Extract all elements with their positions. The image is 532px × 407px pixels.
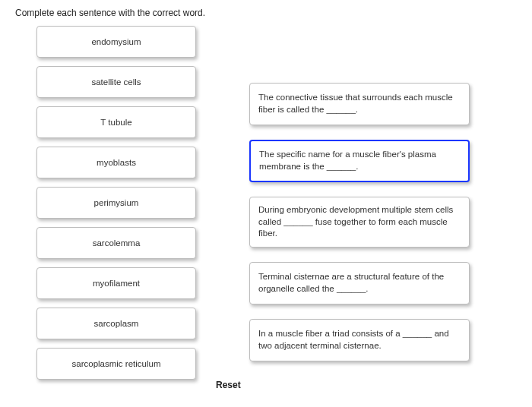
term-item[interactable]: satellite cells [36, 66, 196, 98]
target-item[interactable]: The connective tissue that surrounds eac… [249, 83, 470, 125]
term-item[interactable]: endomysium [36, 26, 196, 58]
target-item[interactable]: In a muscle fiber a triad consists of a … [249, 319, 470, 361]
target-text: In a muscle fiber a triad consists of a … [258, 328, 461, 352]
target-item[interactable]: The specific name for a muscle fiber's p… [249, 140, 470, 182]
instruction-text: Complete each sentence with the correct … [15, 8, 517, 18]
target-item[interactable]: During embryonic development multiple st… [249, 197, 470, 248]
terms-column: endomysium satellite cells T tubule myob… [36, 26, 196, 380]
term-item[interactable]: sarcoplasmic reticulum [36, 348, 196, 380]
term-item[interactable]: sarcoplasm [36, 308, 196, 339]
target-item[interactable]: Terminal cisternae are a structural feat… [249, 262, 470, 304]
target-text: The connective tissue that surrounds eac… [258, 92, 461, 115]
term-item[interactable]: perimysium [36, 187, 196, 219]
target-text: Terminal cisternae are a structural feat… [258, 271, 461, 295]
term-item[interactable]: myoblasts [36, 147, 196, 178]
term-item[interactable]: myofilament [36, 267, 196, 299]
term-item[interactable]: sarcolemma [36, 227, 196, 259]
reset-button[interactable]: Reset [216, 380, 241, 390]
target-text: The specific name for a muscle fiber's p… [259, 149, 460, 172]
term-item[interactable]: T tubule [36, 106, 196, 138]
target-text: During embryonic development multiple st… [258, 204, 461, 240]
targets-column: The connective tissue that surrounds eac… [249, 83, 470, 380]
